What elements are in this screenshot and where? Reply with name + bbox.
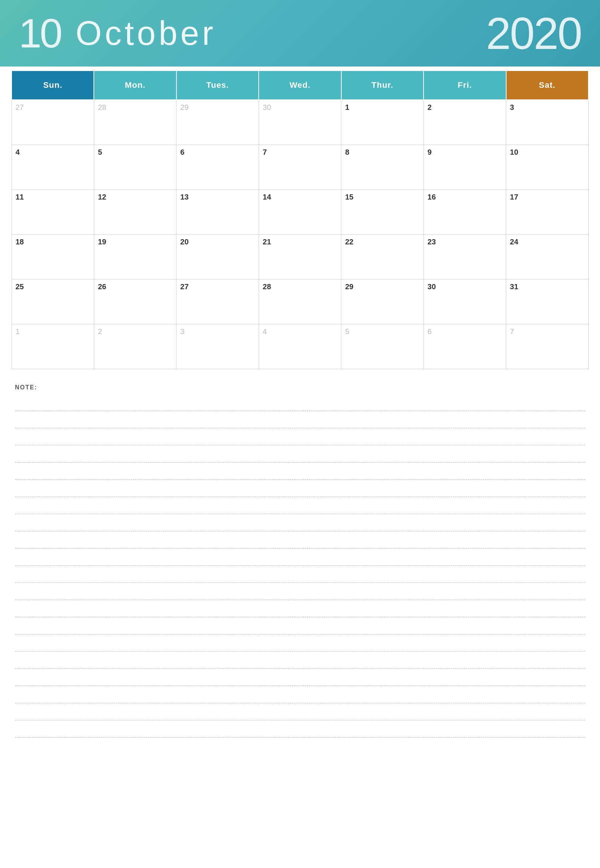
note-line bbox=[15, 497, 585, 514]
note-lines bbox=[15, 394, 585, 738]
calendar-cell: 12 bbox=[94, 189, 176, 234]
month-name: October bbox=[76, 17, 216, 50]
header-saturday: Sat. bbox=[506, 71, 588, 100]
calendar-cell: 19 bbox=[94, 234, 176, 279]
calendar-cell: 22 bbox=[341, 234, 424, 279]
calendar-cell: 25 bbox=[12, 279, 94, 324]
header-tuesday: Tues. bbox=[176, 71, 259, 100]
note-line bbox=[15, 652, 585, 669]
calendar-cell: 3 bbox=[506, 100, 588, 145]
note-line bbox=[15, 514, 585, 531]
calendar-cell: 17 bbox=[506, 189, 588, 234]
calendar-cell: 8 bbox=[341, 145, 424, 189]
month-number: 10 bbox=[19, 13, 61, 54]
calendar-cell: 9 bbox=[424, 145, 506, 189]
calendar-cell: 14 bbox=[259, 189, 341, 234]
calendar-cell: 29 bbox=[176, 100, 259, 145]
header-thursday: Thur. bbox=[341, 71, 424, 100]
calendar-cell: 5 bbox=[341, 324, 424, 369]
calendar-cell: 3 bbox=[176, 324, 259, 369]
note-line bbox=[15, 549, 585, 566]
calendar-cell: 16 bbox=[424, 189, 506, 234]
note-section: NOTE: bbox=[0, 377, 600, 745]
note-line bbox=[15, 428, 585, 445]
header-friday: Fri. bbox=[424, 71, 506, 100]
calendar-cell: 21 bbox=[259, 234, 341, 279]
header-wednesday: Wed. bbox=[259, 71, 341, 100]
calendar-cell: 11 bbox=[12, 189, 94, 234]
calendar-cell: 30 bbox=[259, 100, 341, 145]
note-line bbox=[15, 445, 585, 463]
note-line bbox=[15, 669, 585, 686]
calendar-cell: 24 bbox=[506, 234, 588, 279]
calendar-week-row: 27282930123 bbox=[12, 100, 588, 145]
calendar-cell: 30 bbox=[424, 279, 506, 324]
calendar-week-row: 18192021222324 bbox=[12, 234, 588, 279]
calendar-cell: 13 bbox=[176, 189, 259, 234]
note-line bbox=[15, 531, 585, 549]
calendar-cell: 27 bbox=[176, 279, 259, 324]
calendar-cell: 26 bbox=[94, 279, 176, 324]
calendar-cell: 28 bbox=[259, 279, 341, 324]
calendar-week-row: 25262728293031 bbox=[12, 279, 588, 324]
note-line bbox=[15, 703, 585, 720]
calendar-page: 10 October 2020 Sun. Mon. Tues. Wed. Thu… bbox=[0, 0, 600, 868]
calendar-cell: 29 bbox=[341, 279, 424, 324]
calendar-section: Sun. Mon. Tues. Wed. Thur. Fri. Sat. 272… bbox=[0, 70, 600, 369]
note-line bbox=[15, 617, 585, 634]
calendar-cell: 28 bbox=[94, 100, 176, 145]
note-line bbox=[15, 583, 585, 600]
note-line bbox=[15, 480, 585, 497]
calendar-cell: 6 bbox=[176, 145, 259, 189]
calendar-week-row: 1234567 bbox=[12, 324, 588, 369]
calendar-cell: 5 bbox=[94, 145, 176, 189]
year: 2020 bbox=[486, 11, 581, 56]
note-line bbox=[15, 634, 585, 652]
calendar-cell: 7 bbox=[506, 324, 588, 369]
note-line bbox=[15, 686, 585, 703]
calendar-cell: 1 bbox=[12, 324, 94, 369]
note-line bbox=[15, 394, 585, 411]
calendar-cell: 10 bbox=[506, 145, 588, 189]
calendar-table: Sun. Mon. Tues. Wed. Thur. Fri. Sat. 272… bbox=[11, 70, 589, 369]
header-sunday: Sun. bbox=[12, 71, 94, 100]
calendar-cell: 1 bbox=[341, 100, 424, 145]
note-line bbox=[15, 566, 585, 583]
day-header-row: Sun. Mon. Tues. Wed. Thur. Fri. Sat. bbox=[12, 71, 588, 100]
calendar-cell: 6 bbox=[424, 324, 506, 369]
calendar-cell: 4 bbox=[259, 324, 341, 369]
calendar-cell: 23 bbox=[424, 234, 506, 279]
calendar-cell: 27 bbox=[12, 100, 94, 145]
calendar-cell: 31 bbox=[506, 279, 588, 324]
calendar-cell: 7 bbox=[259, 145, 341, 189]
calendar-cell: 20 bbox=[176, 234, 259, 279]
calendar-cell: 18 bbox=[12, 234, 94, 279]
calendar-week-row: 45678910 bbox=[12, 145, 588, 189]
note-label: NOTE: bbox=[15, 384, 585, 391]
calendar-cell: 2 bbox=[424, 100, 506, 145]
note-line bbox=[15, 600, 585, 617]
calendar-header: 10 October 2020 bbox=[0, 0, 600, 67]
calendar-cell: 2 bbox=[94, 324, 176, 369]
note-line bbox=[15, 720, 585, 738]
calendar-week-row: 11121314151617 bbox=[12, 189, 588, 234]
note-line bbox=[15, 411, 585, 428]
calendar-cell: 4 bbox=[12, 145, 94, 189]
header-monday: Mon. bbox=[94, 71, 176, 100]
calendar-cell: 15 bbox=[341, 189, 424, 234]
note-line bbox=[15, 463, 585, 480]
